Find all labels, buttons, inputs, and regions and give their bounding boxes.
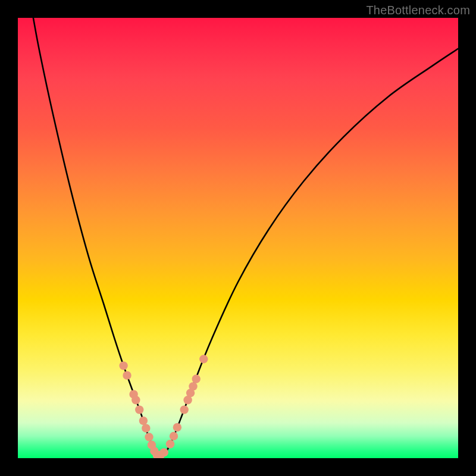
marker-dot	[119, 361, 127, 369]
marker-dot	[166, 440, 174, 448]
marker-dot	[135, 405, 143, 414]
watermark-text: TheBottleneck.com	[366, 4, 470, 17]
marker-dot	[145, 433, 153, 441]
marker-dot	[159, 448, 168, 456]
marker-dot	[142, 424, 150, 432]
marker-dot	[173, 423, 181, 431]
marker-dot	[170, 432, 178, 440]
curve-path	[33, 18, 458, 456]
marker-dot	[139, 416, 148, 425]
marker-dot	[192, 375, 201, 383]
marker-dot	[131, 396, 140, 404]
marker-dot	[123, 371, 131, 380]
bottleneck-curve	[33, 18, 458, 456]
curve-layer	[18, 18, 458, 458]
marker-dot	[189, 382, 197, 390]
chart-frame: TheBottleneck.com	[0, 0, 476, 476]
plot-area	[18, 18, 458, 458]
marker-dot	[180, 405, 189, 414]
marker-cluster	[119, 355, 208, 458]
marker-dot	[199, 355, 208, 363]
